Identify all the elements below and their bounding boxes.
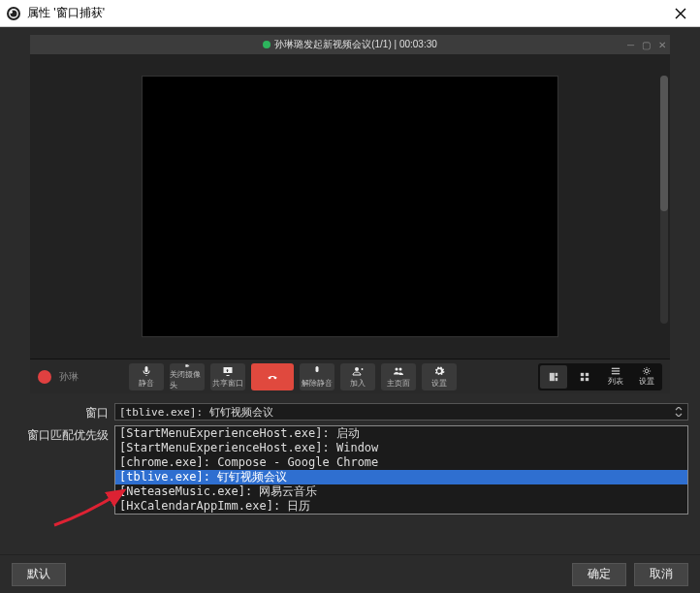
status-dot-icon	[263, 41, 270, 48]
caller-name: 孙琳	[59, 370, 79, 384]
camera-button[interactable]: 关闭摄像头	[170, 363, 205, 390]
svg-point-5	[399, 367, 402, 370]
priority-label: 窗口匹配优先级	[12, 425, 109, 444]
dropdown-option[interactable]: [NeteaseMusic.exe]: 网易云音乐	[115, 484, 687, 499]
view-speaker-button[interactable]	[540, 365, 567, 389]
close-icon: ✕	[658, 40, 666, 50]
ok-button[interactable]: 确定	[572, 563, 626, 586]
svg-rect-9	[581, 372, 584, 375]
chevron-updown-icon	[674, 407, 684, 417]
view-list-button[interactable]: 列表	[602, 365, 629, 389]
svg-point-2	[10, 11, 13, 14]
window-dropdown-list[interactable]: [StartMenuExperienceHost.exe]: 启动[StartM…	[114, 425, 688, 515]
svg-rect-8	[556, 377, 558, 380]
dialog-content: 孙琳璐发起新视频会议(1/1) | 00:03:30 ─ ▢ ✕ 孙琳 静音	[0, 27, 700, 554]
svg-rect-12	[586, 377, 589, 380]
close-button[interactable]	[667, 0, 694, 27]
user-plus-icon	[352, 365, 364, 377]
record-button[interactable]: 解除静音	[300, 363, 334, 390]
members-button[interactable]: 主页面	[381, 363, 416, 390]
dropdown-option[interactable]: [StartMenuExperienceHost.exe]: Window	[115, 441, 687, 455]
list-icon	[611, 366, 620, 376]
grid-large-icon	[549, 372, 558, 382]
mic-off-icon	[311, 365, 323, 377]
window-label: 窗口	[12, 403, 109, 421]
gear-small-icon	[642, 366, 652, 376]
dropdown-option[interactable]: [tblive.exe]: 钉钉视频会议	[115, 470, 687, 484]
dialog-title: 属性 '窗口捕获'	[27, 5, 667, 21]
svg-rect-10	[586, 372, 589, 375]
avatar	[38, 370, 51, 384]
svg-rect-15	[612, 373, 620, 374]
dialog-window: 属性 '窗口捕获' 孙琳璐发起新视频会议(1/1) | 00:03:30 ─ ▢…	[0, 0, 700, 593]
svg-point-3	[355, 367, 359, 371]
view-mode-group: 列表 设置	[538, 363, 662, 390]
share-button[interactable]: 共享窗口	[210, 363, 245, 390]
people-icon	[393, 365, 404, 377]
view-grid-button[interactable]	[571, 365, 598, 389]
video-frame	[142, 76, 558, 337]
svg-rect-11	[581, 377, 584, 380]
preview-window-controls: ─ ▢ ✕	[627, 35, 666, 54]
svg-rect-6	[550, 372, 555, 380]
svg-point-4	[396, 367, 398, 370]
window-combobox-value: [tblive.exe]: 钉钉视频会议	[119, 405, 273, 420]
settings-button[interactable]: 设置	[422, 363, 457, 390]
maximize-icon: ▢	[642, 40, 651, 50]
gear-icon	[433, 365, 445, 377]
preview-title-text: 孙琳璐发起新视频会议(1/1) | 00:03:30	[274, 38, 437, 51]
svg-rect-14	[612, 370, 620, 371]
share-screen-icon	[222, 365, 234, 377]
properties-form: 窗口 [tblive.exe]: 钉钉视频会议 窗口匹配优先级 [StartMe…	[12, 403, 688, 515]
preview-scrollbar[interactable]	[660, 76, 668, 324]
dialog-button-bar: 默认 确定 取消	[0, 554, 700, 593]
svg-rect-7	[556, 372, 558, 375]
obs-logo-icon	[6, 6, 21, 21]
mute-button[interactable]: 静音	[129, 363, 164, 390]
invite-button[interactable]: 加入	[340, 363, 375, 390]
dropdown-option[interactable]: [HxCalendarAppImm.exe]: 日历	[115, 499, 687, 514]
view-settings-button[interactable]: 设置	[633, 365, 660, 389]
call-toolbar: 孙琳 静音 关闭摄像头 共享窗口	[30, 359, 670, 393]
capture-preview: 孙琳璐发起新视频会议(1/1) | 00:03:30 ─ ▢ ✕ 孙琳 静音	[30, 35, 670, 393]
grid-icon	[580, 372, 589, 382]
svg-point-16	[645, 369, 648, 372]
preview-body	[30, 54, 670, 359]
titlebar: 属性 '窗口捕获'	[0, 0, 700, 27]
minimize-icon: ─	[627, 40, 634, 50]
close-icon	[675, 8, 686, 19]
dropdown-option[interactable]: [StartMenuExperienceHost.exe]: 启动	[115, 426, 687, 441]
hangup-button[interactable]	[251, 363, 294, 390]
camera-icon	[181, 363, 193, 368]
preview-titlebar: 孙琳璐发起新视频会议(1/1) | 00:03:30 ─ ▢ ✕	[30, 35, 670, 54]
defaults-button[interactable]: 默认	[12, 563, 66, 586]
dropdown-option[interactable]: [chrome.exe]: Compose - Google Chrome	[115, 455, 687, 470]
window-combobox[interactable]: [tblive.exe]: 钉钉视频会议	[114, 403, 688, 421]
hangup-icon	[267, 371, 278, 383]
svg-rect-13	[612, 368, 620, 369]
mic-icon	[141, 365, 152, 377]
cancel-button[interactable]: 取消	[634, 563, 688, 586]
